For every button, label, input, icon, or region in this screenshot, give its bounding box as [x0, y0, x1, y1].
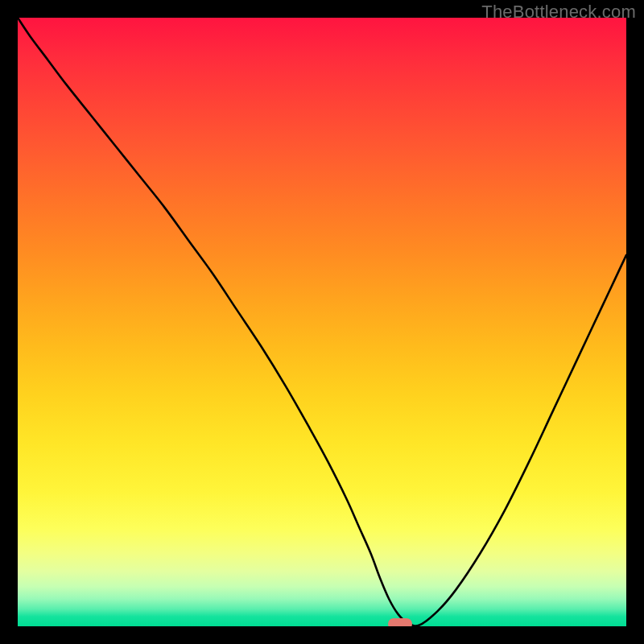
bottleneck-curve — [18, 18, 626, 626]
watermark-text: TheBottleneck.com — [481, 2, 636, 23]
chart-frame: TheBottleneck.com — [0, 0, 644, 644]
plot-area — [18, 18, 626, 626]
optimal-marker — [388, 618, 412, 626]
